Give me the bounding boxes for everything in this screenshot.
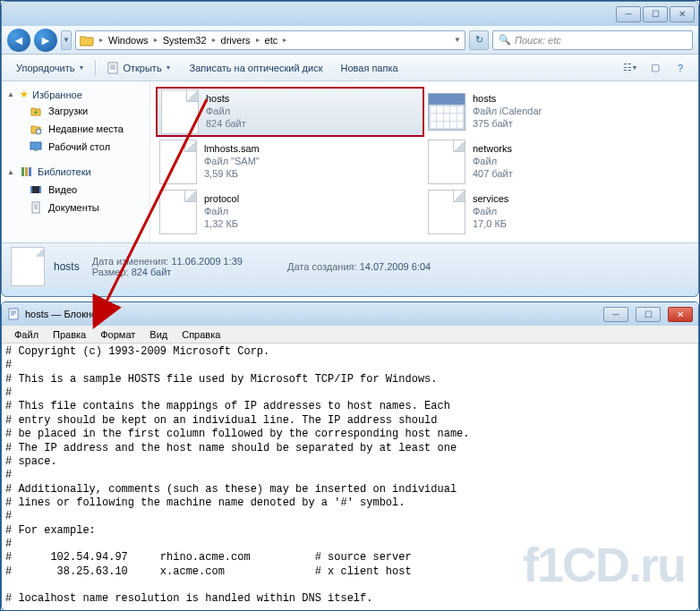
file-item[interactable]: servicesФайл17,0 КБ <box>424 187 693 237</box>
favorites-header[interactable]: ▲★ Избранное <box>2 87 149 102</box>
details-filename: hosts <box>54 260 80 273</box>
libraries-icon <box>20 165 34 179</box>
sidebar-item-desktop[interactable]: Рабочий стол <box>2 138 149 156</box>
svg-rect-2 <box>30 142 41 149</box>
file-icon <box>11 247 45 286</box>
menu-format[interactable]: Формат <box>93 327 142 342</box>
file-size: 375 байт <box>473 118 542 131</box>
sidebar-item-recent[interactable]: Недавние места <box>2 120 149 138</box>
file-name: networks <box>473 143 513 156</box>
file-size: 3,59 КБ <box>204 168 260 181</box>
sidebar-item-videos[interactable]: Видео <box>2 181 149 199</box>
file-name: lmhosts.sam <box>204 143 260 156</box>
file-name: hosts <box>473 93 542 106</box>
document-icon <box>107 62 119 74</box>
sidebar-item-documents[interactable]: Документы <box>2 199 149 216</box>
breadcrumb-item[interactable]: drivers <box>219 33 252 47</box>
svg-rect-12 <box>9 309 18 319</box>
explorer-toolbar: Упорядочить▼ Открыть▼ Записать на оптиче… <box>2 55 698 81</box>
navigation-pane[interactable]: ▲★ Избранное Загрузки Недавние места Раб… <box>2 81 150 242</box>
menu-view[interactable]: Вид <box>142 327 175 342</box>
breadcrumb[interactable]: ▸ Windows ▸ System32 ▸ drivers ▸ etc ▸ ▼ <box>75 30 465 50</box>
view-button[interactable]: ☷ ▼ <box>619 58 641 78</box>
file-item[interactable]: hostsФайл824 байт <box>156 87 424 137</box>
refresh-button[interactable]: ↻ <box>469 30 489 50</box>
file-type: Файл <box>473 206 508 218</box>
svg-point-1 <box>36 129 41 134</box>
burn-button[interactable]: Записать на оптический диск <box>183 59 330 77</box>
file-type: Файл iCalendar <box>473 106 542 118</box>
svg-rect-10 <box>32 202 39 213</box>
breadcrumb-item[interactable]: etc <box>263 33 280 47</box>
close-button[interactable]: ✕ <box>668 307 693 322</box>
file-item[interactable]: lmhosts.samФайл "SAM"3,59 КБ <box>156 137 424 187</box>
file-item[interactable]: networksФайл407 байт <box>424 137 693 187</box>
libraries-header[interactable]: ▲ Библиотеки <box>2 163 149 181</box>
calendar-icon <box>428 93 465 131</box>
file-item[interactable]: hostsФайл iCalendar375 байт <box>424 87 693 137</box>
notepad-menubar: Файл Правка Формат Вид Справка <box>2 326 698 344</box>
open-button[interactable]: Открыть▼ <box>99 58 178 78</box>
file-name: hosts <box>206 93 246 106</box>
file-icon <box>159 190 197 234</box>
file-size: 407 байт <box>473 168 513 181</box>
forward-button[interactable]: ► <box>34 29 57 52</box>
documents-icon <box>29 200 43 215</box>
explorer-navbar: ◄ ► ▼ ▸ Windows ▸ System32 ▸ drivers ▸ e… <box>2 26 698 55</box>
search-icon: 🔍 <box>499 34 511 46</box>
search-placeholder: Поиск: etc <box>515 35 561 46</box>
file-type: Файл "SAM" <box>204 156 260 168</box>
svg-rect-9 <box>39 186 41 193</box>
newfolder-button[interactable]: Новая папка <box>334 59 405 77</box>
explorer-body: ▲★ Избранное Загрузки Недавние места Раб… <box>2 81 698 242</box>
file-icon <box>428 190 465 234</box>
file-icon <box>161 89 199 134</box>
recent-icon <box>29 122 43 136</box>
history-dropdown[interactable]: ▼ <box>61 30 72 50</box>
desktop-icon <box>29 140 43 154</box>
organize-button[interactable]: Упорядочить▼ <box>9 59 91 77</box>
file-name: protocol <box>204 193 239 206</box>
video-icon <box>29 182 43 197</box>
file-icon <box>428 140 465 184</box>
notepad-icon <box>7 308 20 320</box>
file-list[interactable]: hostsФайл824 байтhostsФайл iCalendar375 … <box>150 81 698 242</box>
svg-rect-8 <box>30 186 32 193</box>
notepad-titlebar[interactable]: hosts — Блокнот ─ ☐ ✕ <box>2 302 698 326</box>
file-size: 17,0 КБ <box>473 218 508 231</box>
notepad-editor[interactable]: # Copyright (c) 1993-2009 Microsoft Corp… <box>2 344 698 610</box>
minimize-button[interactable]: ─ <box>603 307 628 322</box>
file-name: services <box>473 193 508 206</box>
star-icon: ★ <box>20 89 29 100</box>
minimize-button[interactable]: ─ <box>616 6 641 22</box>
explorer-titlebar[interactable]: ─ ☐ ✕ <box>2 2 698 26</box>
menu-file[interactable]: Файл <box>7 327 46 342</box>
file-icon <box>159 140 197 184</box>
svg-rect-0 <box>108 63 117 73</box>
maximize-button[interactable]: ☐ <box>643 6 668 22</box>
menu-edit[interactable]: Правка <box>46 327 93 342</box>
svg-rect-4 <box>21 167 24 176</box>
notepad-title: hosts — Блокнот <box>25 309 596 319</box>
breadcrumb-item[interactable]: System32 <box>161 33 209 47</box>
preview-pane-button[interactable]: ▢ <box>645 58 666 78</box>
file-size: 824 байт <box>206 118 246 131</box>
close-button[interactable]: ✕ <box>670 6 695 22</box>
search-input[interactable]: 🔍 Поиск: etc <box>492 30 693 50</box>
notepad-window: hosts — Блокнот ─ ☐ ✕ Файл Правка Формат… <box>1 301 699 611</box>
back-button[interactable]: ◄ <box>7 29 30 52</box>
sidebar-item-downloads[interactable]: Загрузки <box>2 102 149 120</box>
file-size: 1,32 КБ <box>204 218 239 231</box>
file-item[interactable]: protocolФайл1,32 КБ <box>156 187 424 237</box>
breadcrumb-item[interactable]: Windows <box>107 33 150 47</box>
menu-help[interactable]: Справка <box>175 327 227 342</box>
maximize-button[interactable]: ☐ <box>636 307 661 322</box>
folder-icon <box>78 32 96 48</box>
help-button[interactable]: ? <box>670 58 691 78</box>
downloads-icon <box>29 104 43 118</box>
explorer-window: ─ ☐ ✕ ◄ ► ▼ ▸ Windows ▸ System32 ▸ drive… <box>1 1 699 297</box>
file-type: Файл <box>473 156 513 168</box>
svg-rect-3 <box>34 149 38 151</box>
details-pane: hosts Дата изменения: 11.06.2009 1:39 Ра… <box>2 242 698 289</box>
file-type: Файл <box>206 106 246 118</box>
